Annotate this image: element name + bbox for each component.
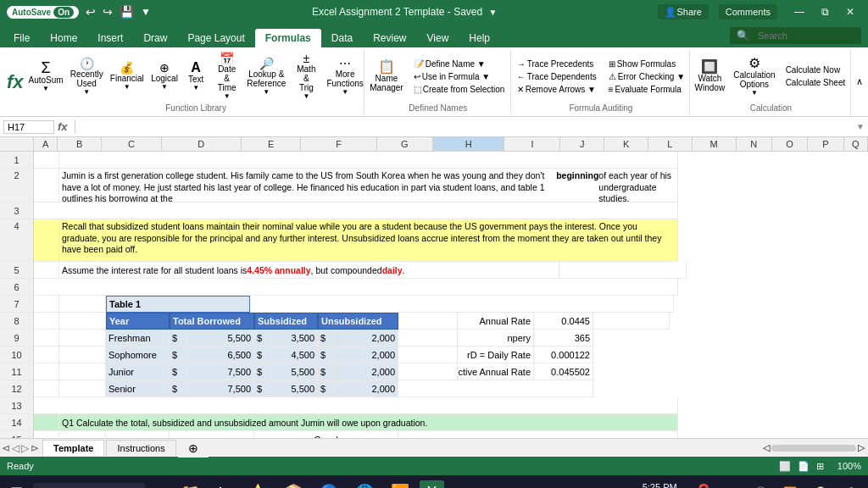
cell-a10[interactable]: [34, 347, 59, 363]
cell-b8[interactable]: [59, 313, 106, 330]
row-header-14[interactable]: 14: [0, 414, 34, 431]
tab-draw[interactable]: Draw: [133, 29, 177, 47]
row-header-1[interactable]: 1: [0, 152, 34, 169]
cell-d10-val[interactable]: 6,500: [186, 347, 254, 363]
cell-b7[interactable]: [59, 296, 106, 313]
scroll-left-icon[interactable]: ◁: [763, 442, 770, 453]
excel-button[interactable]: X: [420, 480, 443, 489]
notification-button[interactable]: 🔔: [837, 483, 865, 489]
col-header-l[interactable]: L: [648, 137, 693, 151]
minimize-button[interactable]: —: [787, 4, 811, 19]
cell-f10-val[interactable]: 2,000: [335, 347, 398, 363]
financial-dropdown-icon[interactable]: ▼: [124, 83, 131, 91]
toolbar-save-icon[interactable]: 💾: [120, 5, 134, 19]
chrome-button[interactable]: 🌐: [348, 480, 381, 488]
text-button[interactable]: A Text ▼: [182, 59, 209, 93]
cell-b3-merged[interactable]: [34, 202, 678, 219]
create-from-selection-button[interactable]: ⬚ Create from Selection: [409, 84, 510, 95]
watch-window-button[interactable]: 🔲 WatchWindow: [692, 58, 729, 94]
name-manager-button[interactable]: 📋 NameManager: [366, 58, 406, 94]
autosave-toggle[interactable]: AutoSave On: [7, 6, 79, 19]
row-header-8[interactable]: 8: [0, 313, 34, 330]
trace-precedents-button[interactable]: → Trace Precedents: [512, 58, 602, 69]
comments-button[interactable]: Comments: [719, 4, 777, 19]
col-header-g[interactable]: G: [377, 137, 433, 151]
math-trig-button[interactable]: ± Math &Trig ▼: [290, 51, 322, 102]
tab-insert[interactable]: Insert: [87, 29, 133, 47]
cell-e10-dollar[interactable]: $: [254, 347, 271, 363]
language-button[interactable]: A: [723, 484, 743, 488]
row-header-13[interactable]: 13: [0, 397, 34, 414]
title-dropdown-icon[interactable]: ▼: [489, 8, 498, 17]
cell-c12-senior[interactable]: Senior: [106, 380, 170, 397]
recently-dropdown-icon[interactable]: ▼: [83, 88, 90, 96]
remove-arrows-button[interactable]: ✕ Remove Arrows ▼: [512, 84, 602, 95]
cell-g8[interactable]: [398, 313, 458, 330]
lookup-ref-button[interactable]: 🔎 Lookup &Reference ▼: [244, 56, 288, 97]
cell-f12-val[interactable]: 2,000: [335, 380, 398, 397]
cell-b5-text[interactable]: Assume the interest rate for all student…: [59, 262, 559, 279]
cell-f7[interactable]: [250, 296, 674, 313]
more-functions-button[interactable]: ⋯ MoreFunctions ▼: [324, 56, 365, 97]
cell-a9[interactable]: [34, 330, 59, 347]
search-button[interactable]: ○ Type here to search: [33, 483, 145, 488]
cell-d11-val[interactable]: 7,500: [186, 363, 254, 380]
calc-dropdown-icon[interactable]: ▼: [751, 89, 758, 97]
cell-g12[interactable]: [398, 380, 593, 397]
cell-d8-total[interactable]: Total Borrowed: [170, 313, 254, 330]
toolbar-redo-icon[interactable]: ↪: [103, 5, 113, 19]
row-header-2[interactable]: 2: [0, 169, 34, 202]
cell-j8[interactable]: [593, 313, 670, 330]
cell-g15[interactable]: [398, 431, 678, 438]
calculation-options-button[interactable]: ⚙ CalculationOptions ▼: [730, 55, 778, 98]
cell-b14-q1[interactable]: Q1 Calculate the total, subsidized and u…: [59, 414, 678, 431]
cell-e12-dollar[interactable]: $: [254, 380, 271, 397]
col-header-j[interactable]: J: [560, 137, 604, 151]
cell-a2[interactable]: [34, 169, 59, 202]
file-explorer-button[interactable]: 📁: [174, 480, 206, 488]
cell-a7[interactable]: [34, 296, 59, 313]
date-time-button[interactable]: 📅 Date &Time ▼: [211, 51, 242, 102]
financial-button[interactable]: 💰 Financial ▼: [108, 60, 147, 92]
cell-d12-val[interactable]: 7,500: [186, 380, 254, 397]
network-button[interactable]: 📶: [776, 483, 804, 489]
tab-file[interactable]: File: [3, 29, 40, 47]
autosave-on[interactable]: On: [53, 7, 74, 18]
cell-reference-box[interactable]: [3, 120, 54, 134]
share-button[interactable]: 👤 Share: [658, 4, 708, 19]
expand-formula-icon[interactable]: ▼: [856, 122, 865, 131]
sheet-tab-instructions[interactable]: Instructions: [106, 440, 175, 456]
cell-d9-val[interactable]: 5,500: [186, 330, 254, 347]
row-header-6[interactable]: 6: [0, 279, 34, 296]
search-input[interactable]: [753, 29, 854, 42]
cell-c8-year[interactable]: Year: [106, 313, 170, 330]
cell-g10[interactable]: [398, 347, 458, 363]
show-formulas-button[interactable]: ⊞ Show Formulas: [604, 58, 690, 69]
lastpass-button[interactable]: ⭐: [242, 480, 274, 488]
cell-a8[interactable]: [34, 313, 59, 330]
cell-a4[interactable]: [34, 219, 59, 262]
text-dropdown-icon[interactable]: ▼: [192, 84, 199, 92]
row-header-12[interactable]: 12: [0, 380, 34, 397]
tab-home[interactable]: Home: [40, 29, 87, 47]
cell-i10-val[interactable]: 0.000122: [534, 347, 593, 363]
cell-h11-ear[interactable]: Effective Annual Rate: [458, 363, 534, 380]
row-header-11[interactable]: 11: [0, 363, 34, 380]
cell-a12[interactable]: [34, 380, 59, 397]
cell-b11[interactable]: [59, 363, 106, 380]
cell-d11-dollar[interactable]: $: [170, 363, 186, 380]
insert-function-btn[interactable]: fx: [3, 49, 27, 114]
col-header-o[interactable]: O: [772, 137, 808, 151]
windows-start-button[interactable]: ⊞: [3, 480, 30, 488]
cell-i9-val[interactable]: 365: [534, 330, 593, 347]
cell-c11-junior[interactable]: Junior: [106, 363, 170, 380]
ribbon-collapse-button[interactable]: ∧: [854, 49, 865, 114]
col-header-p[interactable]: P: [808, 137, 843, 151]
sheet-nav-last[interactable]: ⊳: [31, 442, 39, 454]
col-header-a[interactable]: A: [34, 137, 58, 151]
cell-f12-dollar[interactable]: $: [318, 380, 335, 397]
col-header-b[interactable]: B: [58, 137, 102, 151]
cell-d9-dollar[interactable]: $: [170, 330, 186, 347]
row-header-9[interactable]: 9: [0, 330, 34, 347]
calculate-now-button[interactable]: Calculate Now: [781, 64, 851, 75]
